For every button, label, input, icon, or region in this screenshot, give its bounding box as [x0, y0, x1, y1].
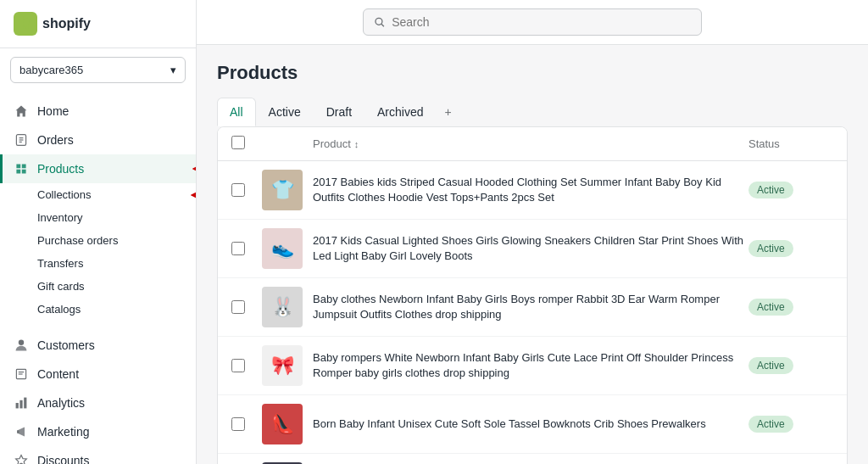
sidebar-item-home[interactable]: Home: [0, 97, 196, 126]
marketing-icon: [14, 424, 29, 439]
svg-point-13: [376, 18, 382, 25]
product-thumb-5: 👠: [262, 404, 303, 444]
product-thumb-4: 🎀: [262, 345, 303, 386]
product-status-5: Active: [748, 416, 833, 433]
table-row[interactable]: 🐰 Baby clothes Newborn Infant Baby Girls…: [218, 278, 847, 337]
sidebar-item-home-label: Home: [37, 104, 69, 118]
tab-active[interactable]: Active: [256, 98, 314, 126]
product-name-1: 2017 Babies kids Striped Casual Hooded C…: [313, 175, 748, 205]
sidebar-sub-gift-cards[interactable]: Gift cards: [0, 275, 196, 298]
search-bar[interactable]: [363, 8, 702, 36]
product-name-5: Born Baby Infant Unisex Cute Soft Sole T…: [313, 416, 748, 432]
store-dropdown-icon: ▾: [170, 64, 176, 76]
col-header-status: Status: [748, 137, 833, 150]
sidebar-item-products-label: Products: [37, 162, 84, 176]
content-icon: [14, 366, 29, 382]
tab-draft[interactable]: Draft: [314, 98, 364, 126]
nav-section-bottom: Customers Content Analytics Marketing Di…: [0, 326, 196, 464]
sidebar-item-content[interactable]: Content: [0, 360, 196, 389]
product-thumb-1: 👕: [262, 170, 303, 210]
sidebar-item-marketing-label: Marketing: [37, 425, 89, 439]
svg-rect-11: [17, 430, 19, 433]
customers-icon: [14, 338, 29, 353]
svg-rect-8: [16, 403, 19, 408]
sidebar-sub-collections[interactable]: Collections: [0, 183, 196, 206]
table-header: Product ↕ Status: [218, 127, 847, 161]
product-name-4: Baby rompers White Newborn Infant Baby G…: [313, 350, 748, 381]
products-icon: [14, 161, 29, 176]
sidebar-item-orders-label: Orders: [37, 133, 74, 147]
product-status-3: Active: [748, 299, 833, 316]
product-thumb-3: 🐰: [262, 287, 303, 327]
table-row[interactable]: 👟 2017 Kids Casual Lighted Shoes Girls G…: [218, 220, 847, 278]
row-checkbox-5[interactable]: [231, 417, 245, 431]
tabs-container: All Active Draft Archived +: [217, 98, 848, 126]
product-status-4: Active: [748, 357, 833, 374]
tab-archived[interactable]: Archived: [364, 98, 436, 126]
svg-rect-10: [24, 398, 26, 409]
sidebar-item-marketing[interactable]: Marketing: [0, 417, 196, 446]
sidebar-item-customers-label: Customers: [37, 338, 95, 352]
home-icon: [14, 103, 29, 119]
svg-marker-12: [16, 456, 27, 464]
page-title: Products: [217, 62, 848, 84]
products-table: Product ↕ Status 👕 2017 Babies kids Stri…: [217, 126, 848, 464]
sidebar-item-analytics[interactable]: Analytics: [0, 389, 196, 417]
select-all-checkbox[interactable]: [231, 136, 262, 152]
store-name: babycare365: [19, 64, 83, 76]
product-status-1: Active: [748, 182, 833, 198]
sidebar-sub-purchase-orders[interactable]: Purchase orders: [0, 229, 196, 252]
store-selector[interactable]: babycare365 ▾: [10, 57, 186, 83]
orders-icon: [14, 132, 29, 148]
shopify-logo: shopify: [14, 12, 91, 36]
collections-arrow: [190, 185, 197, 205]
product-status-2: Active: [748, 240, 833, 257]
sidebar-sub-transfers[interactable]: Transfers: [0, 252, 196, 275]
sidebar-item-discounts[interactable]: Discounts: [0, 446, 196, 464]
col-header-product: Product ↕: [313, 137, 748, 150]
product-name-3: Baby clothes Newborn Infant Baby Girls B…: [313, 292, 748, 322]
sidebar-sub-inventory[interactable]: Inventory: [0, 206, 196, 229]
table-row[interactable]: 🌊 Colorful Night Light Sleep Soother Lam…: [218, 454, 847, 464]
row-checkbox-1[interactable]: [231, 183, 245, 197]
content: Products All Active Draft Archived + Pro…: [197, 45, 868, 464]
discounts-icon: [14, 453, 29, 464]
analytics-icon: [14, 395, 29, 411]
logo-text: shopify: [42, 16, 91, 31]
select-all-input[interactable]: [231, 136, 245, 149]
tab-all[interactable]: All: [217, 98, 256, 126]
shopify-logo-icon: [14, 12, 37, 36]
sidebar-header: shopify: [0, 0, 196, 48]
svg-point-4: [19, 340, 24, 345]
topbar: [197, 0, 868, 45]
svg-line-14: [381, 24, 384, 26]
sidebar-item-content-label: Content: [37, 367, 79, 381]
nav-section-main: Home Orders Products Collections: [0, 92, 196, 326]
search-icon: [374, 16, 385, 28]
table-row[interactable]: 🎀 Baby rompers White Newborn Infant Baby…: [218, 337, 847, 395]
sidebar-item-customers[interactable]: Customers: [0, 331, 196, 360]
search-input[interactable]: [392, 15, 691, 29]
table-row[interactable]: 👕 2017 Babies kids Striped Casual Hooded…: [218, 161, 847, 220]
sidebar-item-discounts-label: Discounts: [37, 454, 89, 464]
svg-rect-9: [19, 400, 22, 409]
sidebar-sub-catalogs[interactable]: Catalogs: [0, 298, 196, 321]
main-area: Products All Active Draft Archived + Pro…: [197, 0, 868, 464]
row-checkbox-2[interactable]: [231, 242, 245, 255]
table-row[interactable]: 👠 Born Baby Infant Unisex Cute Soft Sole…: [218, 395, 847, 454]
sidebar-item-analytics-label: Analytics: [37, 396, 85, 410]
sidebar-item-products[interactable]: Products: [0, 154, 196, 183]
product-name-2: 2017 Kids Casual Lighted Shoes Girls Glo…: [313, 233, 748, 264]
row-checkbox-4[interactable]: [231, 359, 245, 372]
row-checkbox-3[interactable]: [231, 300, 245, 314]
sidebar: shopify babycare365 ▾ Home Orders Produc…: [0, 0, 197, 464]
sort-icon: ↕: [354, 139, 359, 149]
sidebar-item-orders[interactable]: Orders: [0, 126, 196, 154]
tab-add-button[interactable]: +: [437, 100, 460, 124]
product-thumb-2: 👟: [262, 228, 303, 269]
